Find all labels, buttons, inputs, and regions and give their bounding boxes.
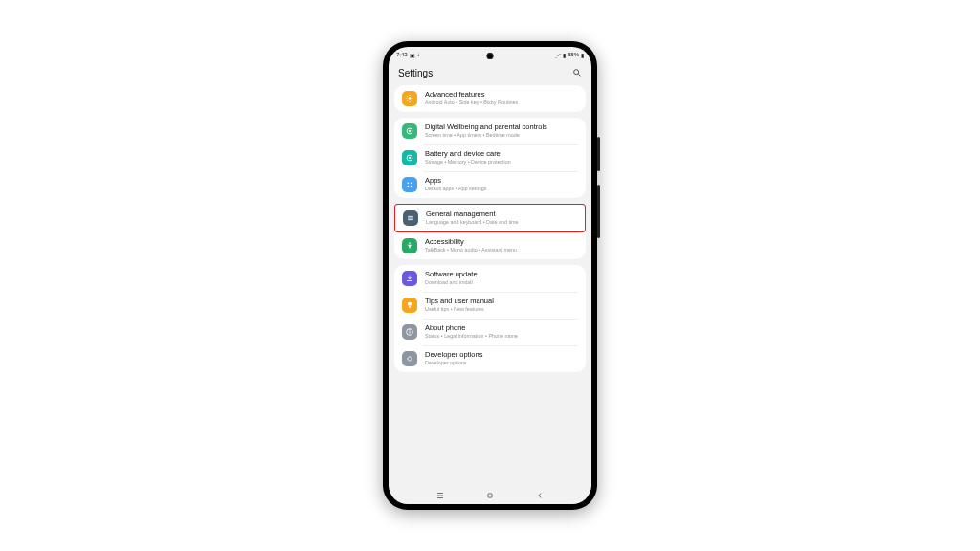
settings-group: General managementLanguage and keyboard … (394, 204, 586, 259)
item-title: Accessibility (425, 238, 578, 247)
about-icon (402, 324, 417, 340)
item-title: Tips and user manual (425, 298, 578, 306)
item-subtitle: Status • Legal information • Phone name (425, 333, 578, 339)
svg-rect-23 (488, 494, 492, 497)
svg-point-6 (409, 157, 411, 159)
camera-hole (487, 53, 494, 59)
wifi-icon: ⋰ (555, 52, 561, 58)
settings-item-acc[interactable]: AccessibilityTalkBack • Mono audio • Ass… (394, 232, 586, 259)
item-title: Advanced features (425, 91, 578, 99)
power-button (597, 185, 600, 238)
svg-point-15 (408, 302, 412, 306)
item-title: About phone (425, 324, 578, 333)
item-subtitle: Download and install (425, 279, 578, 285)
svg-point-2 (408, 97, 411, 99)
svg-point-4 (409, 130, 411, 132)
app-header: Settings (389, 60, 591, 85)
item-subtitle: Android Auto • Side key • Bixby Routines (425, 99, 578, 105)
svg-point-8 (411, 183, 412, 185)
svg-line-1 (578, 74, 580, 76)
svg-rect-16 (409, 306, 411, 308)
page-title: Settings (398, 68, 433, 78)
acc-icon (402, 238, 417, 253)
settings-item-tips[interactable]: Tips and user manualUseful tips • New fe… (394, 292, 586, 319)
settings-item-gm[interactable]: General managementLanguage and keyboard … (394, 204, 586, 232)
item-subtitle: Developer options (425, 360, 578, 365)
settings-item-dev[interactable]: Developer optionsDeveloper options (394, 345, 586, 372)
settings-item-apps[interactable]: AppsDefault apps • App settings (394, 171, 586, 198)
settings-item-sw[interactable]: Software updateDownload and install (394, 265, 586, 292)
search-icon[interactable] (572, 68, 582, 77)
adv-icon (402, 91, 417, 106)
settings-group: Software updateDownload and installTips … (394, 265, 586, 372)
item-title: Apps (425, 177, 578, 186)
settings-item-dwb[interactable]: Digital Wellbeing and parental controlsS… (394, 118, 586, 144)
svg-point-9 (408, 186, 410, 187)
svg-point-19 (410, 330, 411, 331)
nav-bar (389, 487, 591, 504)
item-title: Software update (425, 271, 578, 279)
svg-point-0 (574, 70, 579, 75)
phone-frame: 7:43 ▣ ↓ ⋰ ▮ 88% ▮ Settings Advanced fea… (383, 41, 597, 510)
status-time: 7:43 (396, 52, 408, 57)
screen: 7:43 ▣ ↓ ⋰ ▮ 88% ▮ Settings Advanced fea… (389, 47, 591, 504)
volume-button (597, 137, 600, 171)
item-subtitle: Useful tips • New features (425, 306, 578, 312)
item-title: Developer options (425, 351, 578, 360)
svg-point-7 (408, 183, 410, 185)
dwb-icon (402, 123, 417, 139)
settings-list[interactable]: Advanced featuresAndroid Auto • Side key… (389, 85, 591, 487)
settings-group: Advanced featuresAndroid Auto • Side key… (394, 85, 586, 112)
settings-item-batt[interactable]: Battery and device careStorage • Memory … (394, 144, 586, 171)
gm-icon (403, 210, 418, 226)
sw-icon (402, 271, 417, 286)
dev-icon (402, 351, 417, 366)
item-subtitle: Storage • Memory • Device protection (425, 159, 578, 165)
item-subtitle: Language and keyboard • Date and time (426, 219, 577, 225)
nav-back[interactable] (535, 491, 545, 500)
battery-text: 88% (568, 52, 579, 57)
item-title: Digital Wellbeing and parental controls (425, 123, 578, 132)
svg-point-10 (411, 186, 412, 187)
item-title: Battery and device care (425, 150, 578, 159)
batt-icon (402, 150, 417, 165)
item-title: General management (426, 210, 577, 219)
tips-icon (402, 298, 417, 313)
item-subtitle: Default apps • App settings (425, 186, 578, 191)
signal-icon: ▮ (563, 52, 566, 58)
item-subtitle: Screen time • App timers • Bedtime mode (425, 132, 578, 138)
battery-icon: ▮ (581, 52, 584, 58)
apps-icon (402, 177, 417, 192)
camera-icon: ▣ (410, 52, 415, 58)
nav-recent[interactable] (435, 491, 445, 500)
download-icon: ↓ (417, 52, 420, 57)
settings-item-about[interactable]: About phoneStatus • Legal information • … (394, 319, 586, 345)
settings-group: Digital Wellbeing and parental controlsS… (394, 118, 586, 198)
item-subtitle: TalkBack • Mono audio • Assistant menu (425, 247, 578, 253)
svg-point-14 (409, 242, 411, 244)
settings-item-adv[interactable]: Advanced featuresAndroid Auto • Side key… (394, 85, 586, 112)
nav-home[interactable] (485, 491, 495, 500)
